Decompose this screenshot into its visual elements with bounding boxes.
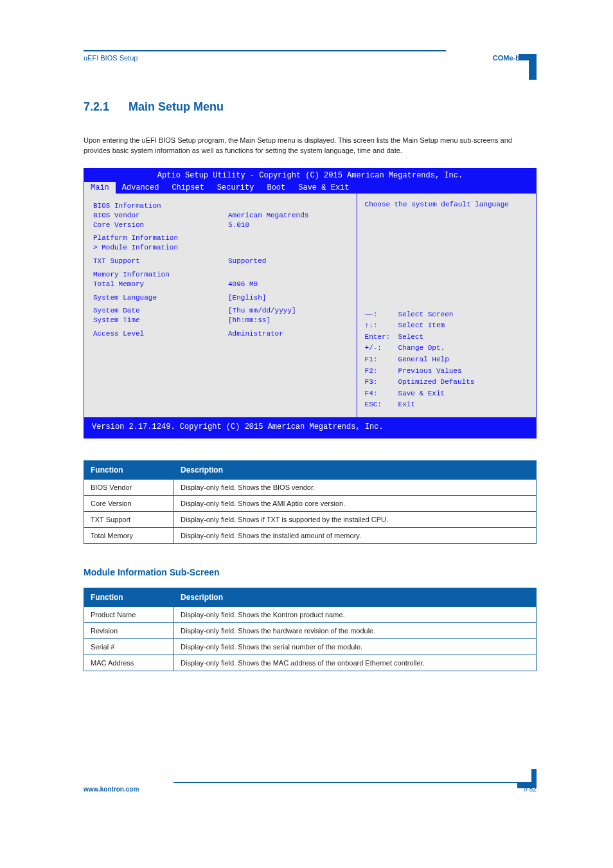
bios-left-pane: BIOS InformationBIOS VendorAmerican Mega… (84, 194, 357, 417)
bios-key: Access Level (93, 329, 228, 339)
bios-help-keys: →←: Select Screen↑↓: Select ItemEnter: S… (365, 309, 529, 411)
bios-row: TXT SupportSupported (93, 257, 349, 266)
help-desc: Exit (398, 399, 415, 411)
cell-description: Display-only field. Shows the BIOS vendo… (174, 479, 537, 495)
cell-function: MAC Address (84, 655, 174, 671)
bios-row: System Date[Thu mm/dd/yyyy] (93, 306, 349, 316)
section-heading: 7.2.1 Main Setup Menu (84, 100, 537, 114)
cell-function: BIOS Vendor (84, 479, 174, 495)
bios-row: > Module Information (93, 243, 349, 253)
help-line: →←: Select Screen (365, 309, 529, 321)
bios-row: Memory Information (93, 270, 349, 280)
bios-tab-main[interactable]: Main (84, 182, 116, 194)
bios-footer: Version 2.17.1249. Copyright (C) 2015 Am… (84, 417, 536, 438)
sub-heading: Module Information Sub-Screen (84, 567, 537, 577)
help-line: F3: Optimized Defaults (365, 377, 529, 388)
help-key: +/-: (365, 343, 398, 354)
bios-title: Aptio Setup Utility - Copyright (C) 2015… (84, 168, 536, 182)
bios-tab-boot[interactable]: Boot (260, 182, 292, 194)
bios-help-top: Choose the system default language (365, 200, 529, 210)
page-footer: www.kontron.com // 82 (84, 782, 537, 793)
bios-row: Access LevelAdministrator (93, 329, 349, 339)
help-desc: Select (398, 332, 424, 343)
help-key: F4: (365, 388, 398, 400)
help-line: Enter: Select (365, 332, 529, 343)
bios-value: [hh:mm:ss] (228, 316, 271, 325)
bios-key: > Module Information (93, 243, 228, 253)
table-row: Serial #Display-only field. Shows the se… (84, 638, 537, 655)
bios-tab-row: MainAdvancedChipsetSecurityBootSave & Ex… (84, 182, 536, 194)
table-row: MAC AddressDisplay-only field. Shows the… (84, 655, 537, 671)
help-line: +/-: Change Opt. (365, 343, 529, 354)
bios-body: BIOS InformationBIOS VendorAmerican Mega… (84, 194, 536, 417)
bios-value: Supported (228, 257, 266, 266)
bios-row: System Time[hh:mm:ss] (93, 316, 349, 325)
bios-key: BIOS Vendor (93, 211, 228, 221)
bios-value: [English] (228, 293, 266, 303)
cell-description: Display-only field. Shows the AMI Aptio … (174, 495, 537, 511)
cell-description: Display-only field. Shows the hardware r… (174, 622, 537, 638)
help-desc: Optimized Defaults (398, 377, 475, 388)
table-row: TXT SupportDisplay-only field. Shows if … (84, 511, 537, 527)
help-key: ESC: (365, 399, 398, 411)
bios-tab-chipset[interactable]: Chipset (165, 182, 210, 194)
help-desc: Select Item (398, 320, 445, 332)
bios-key: System Date (93, 306, 228, 316)
bios-row: Core Version5.010 (93, 221, 349, 230)
bios-value: [Thu mm/dd/yyyy] (228, 306, 296, 316)
footer-rule (173, 782, 536, 783)
bios-value: Administrator (228, 329, 283, 339)
bios-row: System Language[English] (93, 293, 349, 303)
bios-key: System Language (93, 293, 228, 303)
help-key: F1: (365, 354, 398, 366)
help-key: →←: (365, 309, 398, 321)
cell-function: Core Version (84, 495, 174, 511)
cell-function: TXT Support (84, 511, 174, 527)
bios-row: BIOS VendorAmerican Megatrends (93, 211, 349, 221)
t2-col1: Function (84, 588, 174, 606)
intro-paragraph: Upon entering the uEFI BIOS Setup progra… (84, 136, 537, 156)
cell-description: Display-only field. Shows if TXT is supp… (174, 511, 537, 527)
bios-row: Platform Information (93, 233, 349, 243)
cell-function: Product Name (84, 606, 174, 622)
function-table-1: Function Description BIOS VendorDisplay-… (84, 460, 537, 544)
help-desc: Previous Values (398, 366, 462, 377)
bios-key: System Time (93, 316, 228, 325)
cell-function: Revision (84, 622, 174, 638)
table-row: Product NameDisplay-only field. Shows th… (84, 606, 537, 622)
cell-description: Display-only field. Shows the installed … (174, 527, 537, 543)
corner-mark-bottom (517, 769, 537, 791)
help-desc: Change Opt. (398, 343, 445, 354)
bios-tab-save-exit[interactable]: Save & Exit (292, 182, 355, 194)
help-line: ↑↓: Select Item (365, 320, 529, 332)
help-line: F4: Save & Exit (365, 388, 529, 400)
bios-key: TXT Support (93, 257, 228, 266)
bios-value: American Megatrends (228, 211, 308, 221)
header-left: uEFI BIOS Setup (84, 54, 138, 62)
t1-col1: Function (84, 460, 174, 479)
help-line: F2: Previous Values (365, 366, 529, 377)
bios-value: 5.010 (228, 221, 249, 230)
corner-mark-top (511, 54, 537, 80)
help-key: Enter: (365, 332, 398, 343)
help-key: F2: (365, 366, 398, 377)
function-table-2: Function Description Product NameDisplay… (84, 588, 537, 671)
footer-left: www.kontron.com (84, 786, 139, 793)
bios-panel: Aptio Setup Utility - Copyright (C) 2015… (84, 168, 537, 439)
bios-tab-security[interactable]: Security (211, 182, 261, 194)
bios-row: BIOS Information (93, 201, 349, 211)
bios-right-pane: Choose the system default language →←: S… (357, 194, 536, 417)
help-line: F1: General Help (365, 354, 529, 366)
page-header: uEFI BIOS Setup COMe-bBD6 (84, 54, 537, 62)
help-line: ESC: Exit (365, 399, 529, 411)
bios-key: Total Memory (93, 280, 228, 289)
table-row: BIOS VendorDisplay-only field. Shows the… (84, 479, 537, 495)
bios-key: Platform Information (93, 233, 228, 243)
section-title: Main Setup Menu (129, 100, 224, 113)
bios-value: 4096 MB (228, 280, 258, 289)
cell-description: Display-only field. Shows the serial num… (174, 638, 537, 655)
t1-col2: Description (174, 460, 537, 479)
cell-function: Total Memory (84, 527, 174, 543)
bios-tab-advanced[interactable]: Advanced (116, 182, 166, 194)
t2-col2: Description (174, 588, 537, 606)
